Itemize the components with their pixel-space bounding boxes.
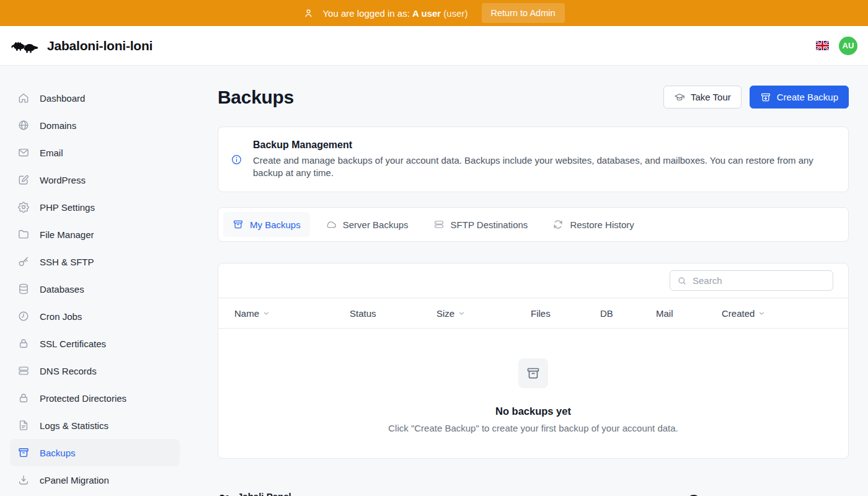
sidebar-item-logs-statistics[interactable]: Logs & Statistics bbox=[10, 412, 180, 439]
sidebar-item-label: Cron Jobs bbox=[40, 311, 82, 322]
empty-state: No backups yet Click "Create Backup" to … bbox=[218, 329, 848, 433]
info-icon bbox=[231, 154, 242, 166]
person-icon bbox=[303, 8, 314, 19]
page-title: Backups bbox=[218, 87, 294, 108]
table-toolbar bbox=[218, 264, 848, 298]
tab-sftp-destinations[interactable]: SFTP Destinations bbox=[424, 212, 538, 237]
tab-server-backups[interactable]: Server Backups bbox=[316, 212, 418, 237]
info-text: Backup Management Create and manage back… bbox=[253, 140, 825, 179]
column-header-files[interactable]: Files bbox=[531, 308, 600, 319]
sidebar-item-protected-directories[interactable]: Protected Directories bbox=[10, 384, 180, 412]
tab-restore-history[interactable]: Restore History bbox=[543, 212, 643, 237]
backups-table-card: Name Status Size Files DB Mail Created N… bbox=[218, 263, 849, 459]
page-actions: Take Tour Create Backup bbox=[663, 86, 849, 108]
sidebar-item-databases[interactable]: Databases bbox=[10, 275, 180, 303]
sidebar-item-cpanel-migration[interactable]: cPanel Migration bbox=[10, 466, 180, 494]
column-label: Status bbox=[350, 308, 376, 319]
server-stack-icon bbox=[433, 219, 445, 230]
impersonation-prefix: You are logged in as: bbox=[322, 8, 409, 19]
page-title-row: Backups Take Tour Create Backup bbox=[218, 86, 849, 108]
footer-brand: Jabali Panel bbox=[218, 491, 291, 496]
create-backup-button[interactable]: Create Backup bbox=[750, 86, 849, 108]
mail-icon bbox=[17, 146, 30, 159]
database-icon bbox=[17, 283, 30, 295]
key-icon bbox=[17, 255, 30, 268]
sidebar-item-dashboard[interactable]: Dashboard bbox=[10, 84, 180, 112]
sidebar-item-backups[interactable]: Backups bbox=[10, 439, 180, 466]
header-actions: AU bbox=[816, 37, 857, 55]
impersonation-banner: You are logged in as: A user (user) Retu… bbox=[0, 0, 868, 26]
sidebar-item-label: PHP Settings bbox=[40, 202, 95, 213]
info-title: Backup Management bbox=[253, 140, 825, 151]
sidebar-item-label: Protected Directories bbox=[40, 393, 126, 404]
column-header-mail[interactable]: Mail bbox=[656, 308, 722, 319]
return-to-admin-button[interactable]: Return to Admin bbox=[482, 3, 565, 23]
server-stack-icon bbox=[17, 365, 30, 377]
sidebar-item-label: WordPress bbox=[40, 175, 86, 185]
refresh-icon bbox=[552, 219, 564, 230]
search-box[interactable] bbox=[670, 270, 833, 291]
column-label: Created bbox=[722, 308, 755, 319]
impersonated-user-name: A user bbox=[412, 8, 441, 19]
column-header-status[interactable]: Status bbox=[350, 308, 436, 319]
brand[interactable]: Jabaloni-loni-loni bbox=[10, 36, 153, 56]
search-input[interactable] bbox=[693, 275, 826, 286]
sort-chevron-icon bbox=[758, 309, 766, 317]
sidebar-item-ssl-certificates[interactable]: SSL Certificates bbox=[10, 330, 180, 357]
sidebar-item-label: SSH & SFTP bbox=[40, 257, 94, 267]
document-icon bbox=[17, 419, 30, 432]
create-backup-label: Create Backup bbox=[777, 92, 838, 102]
user-avatar[interactable]: AU bbox=[839, 37, 857, 55]
sidebar-item-email[interactable]: Email bbox=[10, 139, 180, 166]
column-label: Size bbox=[436, 308, 454, 319]
column-header-created[interactable]: Created bbox=[722, 308, 848, 319]
sidebar-item-dns-records[interactable]: DNS Records bbox=[10, 357, 180, 384]
tab-label: My Backups bbox=[250, 219, 301, 230]
lock-icon bbox=[17, 392, 30, 404]
empty-state-description: Click "Create Backup" to create your fir… bbox=[218, 423, 848, 433]
lock-icon bbox=[17, 337, 30, 350]
tab-label: Restore History bbox=[570, 219, 634, 230]
sidebar-item-label: Email bbox=[40, 148, 63, 158]
main-content: Backups Take Tour Create Backup Backup bbox=[189, 66, 868, 496]
sidebar-item-domains[interactable]: Domains bbox=[10, 112, 180, 139]
page-footer: Jabali Panel bbox=[218, 474, 849, 496]
sidebar-item-php-settings[interactable]: PHP Settings bbox=[10, 193, 180, 221]
empty-state-icon-box bbox=[518, 358, 548, 388]
sidebar-item-file-manager[interactable]: File Manager bbox=[10, 221, 180, 248]
column-header-size[interactable]: Size bbox=[436, 308, 531, 319]
sidebar-item-ssh-sftp[interactable]: SSH & SFTP bbox=[10, 248, 180, 275]
backups-tab-bar: My Backups Server Backups SFTP Destinati… bbox=[218, 207, 849, 242]
sidebar-item-label: SSL Certificates bbox=[40, 339, 106, 349]
column-label: Files bbox=[531, 308, 551, 319]
sidebar-item-label: Databases bbox=[40, 284, 84, 294]
column-label: DB bbox=[600, 308, 613, 319]
archive-box-icon bbox=[17, 446, 30, 459]
sidebar-item-cron-jobs[interactable]: Cron Jobs bbox=[10, 303, 180, 330]
home-icon bbox=[17, 92, 30, 104]
sidebar-item-label: DNS Records bbox=[40, 366, 97, 376]
empty-state-title: No backups yet bbox=[218, 405, 848, 417]
archive-box-icon bbox=[526, 366, 541, 381]
language-uk-flag-icon[interactable] bbox=[816, 41, 829, 50]
gear-icon bbox=[17, 201, 30, 213]
app-window: You are logged in as: A user (user) Retu… bbox=[0, 0, 868, 496]
column-header-db[interactable]: DB bbox=[600, 308, 656, 319]
sidebar-item-label: Dashboard bbox=[40, 93, 85, 104]
cloud-icon bbox=[326, 219, 337, 230]
sort-chevron-icon bbox=[262, 309, 270, 317]
download-icon bbox=[17, 474, 30, 486]
brand-name: Jabaloni-loni-loni bbox=[47, 38, 153, 53]
column-label: Name bbox=[234, 308, 259, 319]
sidebar-item-label: Backups bbox=[40, 448, 76, 458]
sort-chevron-icon bbox=[458, 309, 466, 317]
sidebar-item-label: Logs & Statistics bbox=[40, 420, 108, 431]
sidebar-item-wordpress[interactable]: WordPress bbox=[10, 166, 180, 193]
take-tour-button[interactable]: Take Tour bbox=[663, 86, 742, 108]
sidebar-item-label: cPanel Migration bbox=[40, 475, 109, 485]
clock-icon bbox=[17, 310, 30, 322]
boar-logo-icon bbox=[10, 36, 40, 56]
tab-my-backups[interactable]: My Backups bbox=[223, 212, 310, 237]
archive-box-icon bbox=[232, 219, 244, 230]
column-header-name[interactable]: Name bbox=[234, 308, 350, 319]
